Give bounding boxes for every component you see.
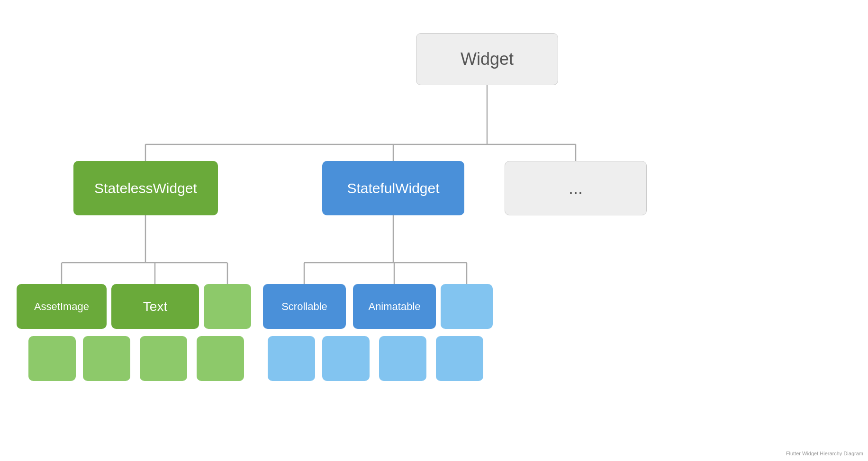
- stateful-label: StatefulWidget: [347, 180, 439, 196]
- watermark: Flutter Widget Hierarchy Diagram: [786, 451, 863, 456]
- assetimage-label: AssetImage: [34, 301, 89, 313]
- animatable-node: Animatable: [353, 284, 436, 329]
- lb1-node: [268, 336, 315, 381]
- lg4-node: [197, 336, 244, 381]
- widget-node: Widget: [416, 33, 558, 85]
- lg2-node: [83, 336, 130, 381]
- scrollable-label: Scrollable: [281, 301, 327, 313]
- text-label: Text: [143, 299, 167, 314]
- assetimage-node: AssetImage: [17, 284, 107, 329]
- lg1-node: [28, 336, 76, 381]
- ellipsis-label: ...: [569, 178, 583, 198]
- diagram-container: Widget StatelessWidget StatefulWidget ..…: [0, 0, 868, 461]
- stateful-widget-node: StatefulWidget: [322, 161, 464, 215]
- widget-label: Widget: [461, 49, 514, 69]
- animatable-label: Animatable: [368, 301, 420, 313]
- text-node: Text: [111, 284, 199, 329]
- stateless-widget-node: StatelessWidget: [73, 161, 218, 215]
- scrollable-node: Scrollable: [263, 284, 346, 329]
- stateless-label: StatelessWidget: [94, 180, 197, 196]
- lg3-node: [140, 336, 187, 381]
- lb2-node: [322, 336, 370, 381]
- lb3-node: [379, 336, 426, 381]
- lb4-node: [436, 336, 483, 381]
- green-placeholder-node: [204, 284, 251, 329]
- ellipsis-node: ...: [505, 161, 647, 215]
- lightblue-placeholder-node: [441, 284, 493, 329]
